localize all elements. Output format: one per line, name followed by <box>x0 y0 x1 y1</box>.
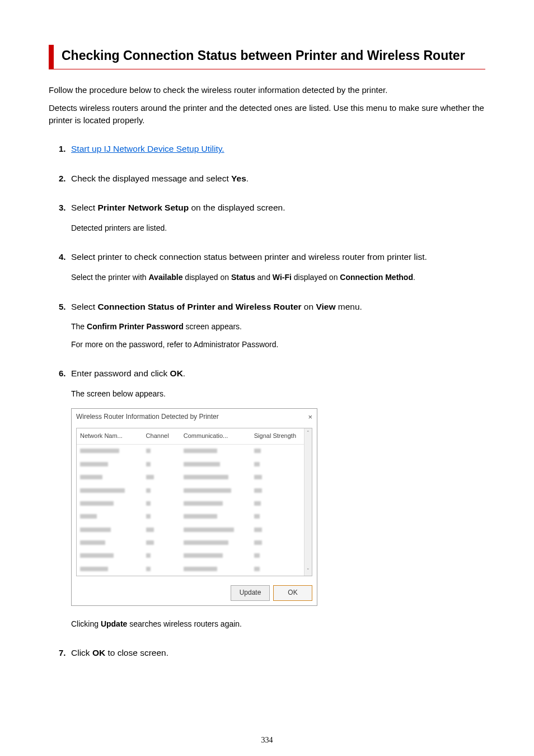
close-icon[interactable]: × <box>308 412 312 423</box>
step-subtext: For more on the password, refer to Admin… <box>71 339 485 351</box>
step-subtext: Detected printers are listed. <box>71 222 485 235</box>
intro-paragraph-1: Follow the procedure below to check the … <box>49 84 485 96</box>
dialog-body: Network Nam... Channel Communicatio... S… <box>76 428 312 576</box>
steps-list: 1. Start up IJ Network Device Setup Util… <box>49 143 485 659</box>
step-number: 6. <box>59 367 66 380</box>
step-number: 5. <box>59 301 66 313</box>
router-table: Network Nam... Channel Communicatio... S… <box>77 428 312 576</box>
table-row[interactable] <box>77 497 312 510</box>
step-number: 2. <box>59 172 66 185</box>
step-text: . <box>246 174 249 183</box>
bold-ok: OK <box>170 368 183 378</box>
bold-status: Status <box>231 273 255 282</box>
step-7: 7. Click OK to close screen. <box>59 647 485 659</box>
table-row[interactable] <box>77 563 312 576</box>
step-5: 5. Select Connection Status of Printer a… <box>59 301 485 351</box>
step-6: 6. Enter password and click OK. The scre… <box>59 367 485 630</box>
step-text: Select <box>71 302 97 311</box>
step-subtext: Clicking Update searches wireless router… <box>71 618 485 631</box>
table-row[interactable] <box>77 471 312 484</box>
step-number: 1. <box>59 143 66 155</box>
bold-ok: OK <box>92 648 105 657</box>
col-signal-strength[interactable]: Signal Strength <box>251 428 312 444</box>
col-network-name[interactable]: Network Nam... <box>77 428 143 444</box>
bold-wifi: Wi-Fi <box>273 273 292 282</box>
step-text: Enter password and click <box>71 368 170 378</box>
step-text: Click <box>71 648 92 657</box>
col-channel[interactable]: Channel <box>143 428 180 444</box>
table-row[interactable] <box>77 524 312 536</box>
bold-connection-method: Connection Method <box>340 273 413 282</box>
col-communication[interactable]: Communicatio... <box>180 428 251 444</box>
step-subtext: Select the printer with Available displa… <box>71 272 485 284</box>
page-title: Checking Connection Status between Print… <box>62 47 485 64</box>
scroll-down-icon[interactable]: ˅ <box>307 566 310 576</box>
step-text: Select <box>71 203 97 212</box>
step-text: to close screen. <box>105 648 168 657</box>
update-button[interactable]: Update <box>231 585 270 600</box>
wireless-router-info-dialog: Wireless Router Information Detected by … <box>71 408 317 606</box>
table-row[interactable] <box>77 445 312 458</box>
step-subtext: The Confirm Printer Password screen appe… <box>71 321 485 333</box>
ok-button[interactable]: OK <box>273 585 312 600</box>
step-text: on the displayed screen. <box>189 203 285 212</box>
step-3: 3. Select Printer Network Setup on the d… <box>59 202 485 234</box>
step-number: 7. <box>59 647 66 659</box>
bold-update: Update <box>101 619 127 628</box>
intro-paragraph-2: Detects wireless routers around the prin… <box>49 102 485 127</box>
step-text: on <box>302 302 316 311</box>
table-header-row: Network Nam... Channel Communicatio... S… <box>77 428 312 444</box>
step-number: 3. <box>59 202 66 214</box>
bold-connection-status: Connection Status of Printer and Wireles… <box>97 302 301 311</box>
bold-yes: Yes <box>231 174 246 183</box>
step-number: 4. <box>59 251 66 263</box>
title-block: Checking Connection Status between Print… <box>49 45 485 69</box>
table-row[interactable] <box>77 549 312 562</box>
table-row[interactable] <box>77 484 312 497</box>
dialog-title: Wireless Router Information Detected by … <box>76 412 219 422</box>
step-2: 2. Check the displayed message and selec… <box>59 172 485 185</box>
step-text: menu. <box>335 302 362 311</box>
step-text: Check the displayed message and select <box>71 174 231 183</box>
scroll-up-icon[interactable]: ˄ <box>307 428 310 438</box>
start-utility-link[interactable]: Start up IJ Network Device Setup Utility… <box>71 144 224 153</box>
step-text: Select printer to check connection statu… <box>71 252 427 262</box>
table-row[interactable] <box>77 536 312 549</box>
table-row[interactable] <box>77 458 312 471</box>
bold-view: View <box>316 302 335 311</box>
bold-available: Available <box>149 273 183 282</box>
bold-confirm-password: Confirm Printer Password <box>87 322 184 331</box>
bold-printer-network-setup: Printer Network Setup <box>97 203 189 212</box>
step-1: 1. Start up IJ Network Device Setup Util… <box>59 143 485 155</box>
step-text: . <box>183 368 185 378</box>
step-subtext: The screen below appears. <box>71 388 485 400</box>
step-4: 4. Select printer to check connection st… <box>59 251 485 283</box>
scrollbar[interactable]: ˄ ˅ <box>304 428 312 576</box>
table-row[interactable] <box>77 510 312 523</box>
